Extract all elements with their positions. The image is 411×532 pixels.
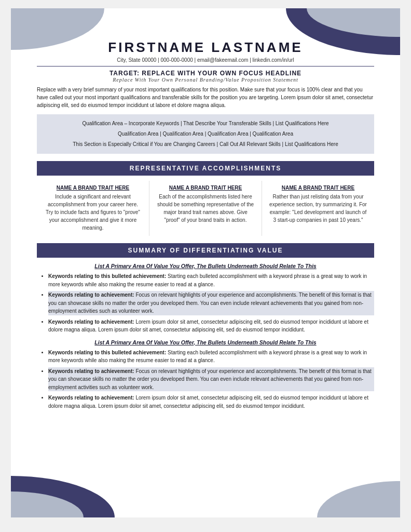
acc-col-2-title: NAME A BRAND TRAIT HERE: [157, 185, 254, 191]
group2-bullet-1-bold: Keywords relating to this bulleted achie…: [48, 350, 166, 355]
group2-bullet-list: Keywords relating to this bulleted achie…: [37, 349, 374, 410]
accomplishments-header: REPRESENTATIVE ACCOMPLISHMENTS: [37, 161, 374, 176]
resume-page: FIRSTNAME LASTNAME City, State 00000 | 0…: [11, 8, 400, 517]
qualifications-box: Qualification Area – Incorporate Keyword…: [37, 114, 374, 154]
group2-bullet-3-bold: Keywords relating to achievement:: [48, 395, 134, 401]
group1-title: List A Primary Area Of Value You Offer, …: [37, 263, 374, 269]
acc-col-3-body: Rather than just relisting data from you…: [269, 194, 367, 223]
corner-bottom-right-decoration: [317, 481, 400, 517]
group1-bullet-3-bold: Keywords relating to achievement:: [48, 319, 134, 325]
contact-info: City, State 00000 | 000-000-0000 | email…: [37, 57, 374, 63]
full-name: FIRSTNAME LASTNAME: [37, 39, 374, 56]
group1-bullet-2-bold: Keywords relating to achievement:: [48, 292, 134, 298]
target-section: TARGET: REPLACE WITH YOUR OWN FOCUS HEAD…: [37, 70, 374, 109]
qual-row-2: Qualification Area | Qualification Area …: [44, 129, 367, 139]
acc-col-1-title: NAME A BRAND TRAIT HERE: [44, 185, 142, 191]
differentiating-section: List A Primary Area Of Value You Offer, …: [37, 263, 374, 410]
target-headline: TARGET: REPLACE WITH YOUR OWN FOCUS HEAD…: [37, 70, 374, 77]
differentiating-header: SUMMARY OF DIFFERENTIATING VALUE: [37, 243, 374, 258]
accomplishment-col-3: NAME A BRAND TRAIT HERE Rather than just…: [262, 181, 374, 236]
group1-bullet-2: Keywords relating to achievement: Focus …: [48, 291, 374, 315]
group1-bullet-list: Keywords relating to this bulleted achie…: [37, 272, 374, 334]
header-section: FIRSTNAME LASTNAME City, State 00000 | 0…: [37, 39, 374, 63]
accomplishments-columns: NAME A BRAND TRAIT HERE Include a signif…: [37, 181, 374, 236]
target-body: Replace with a very brief summary of you…: [37, 86, 374, 109]
qual-row-1: Qualification Area – Incorporate Keyword…: [44, 118, 367, 129]
qual-row-3: This Section is Especially Critical if Y…: [44, 139, 367, 150]
accomplishment-col-1: NAME A BRAND TRAIT HERE Include a signif…: [37, 181, 149, 236]
group1-bullet-1: Keywords relating to this bulleted achie…: [48, 272, 374, 288]
acc-col-2-body: Each of the accomplishments listed here …: [157, 194, 254, 223]
header-divider: [37, 66, 374, 66]
group2-bullet-3: Keywords relating to achievement: Lorem …: [48, 394, 374, 410]
acc-col-3-title: NAME A BRAND TRAIT HERE: [269, 185, 367, 191]
target-subtitle: Replace With Your Own Personal Branding/…: [37, 77, 374, 83]
group1-bullet-3: Keywords relating to achievement: Lorem …: [48, 318, 374, 334]
accomplishment-col-2: NAME A BRAND TRAIT HERE Each of the acco…: [149, 181, 262, 236]
group2-bullet-2: Keywords relating to achievement: Focus …: [48, 367, 374, 392]
group2-bullet-1: Keywords relating to this bulleted achie…: [48, 349, 374, 365]
group2-bullet-2-bold: Keywords relating to achievement:: [48, 368, 134, 374]
acc-col-1-body: Include a significant and relevant accom…: [46, 194, 140, 231]
group2-title: List A Primary Area Of Value You Offer, …: [37, 339, 374, 345]
group1-bullet-1-bold: Keywords relating to this bulleted achie…: [48, 273, 166, 279]
